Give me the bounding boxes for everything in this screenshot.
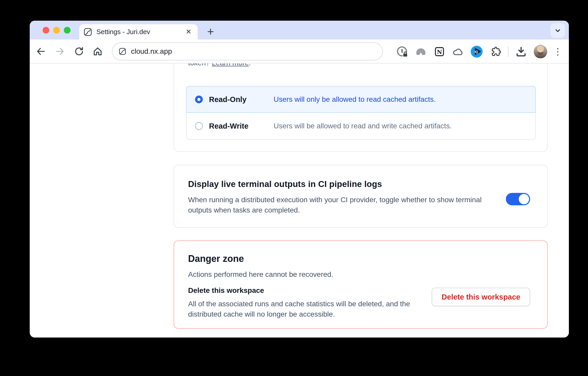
back-icon [36, 46, 46, 57]
browser-menu-button[interactable]: ⋮ [552, 45, 564, 58]
tab-close-icon[interactable]: ✕ [184, 27, 192, 36]
address-bar[interactable]: cloud.nx.app [112, 42, 383, 60]
onepassword-extension-button[interactable] [396, 45, 408, 58]
danger-zone-subtitle: Actions performed here cannot be recover… [188, 270, 547, 279]
terminal-card-description: When running a distributed execution wit… [188, 195, 496, 215]
site-nx-icon [119, 48, 126, 55]
delete-workspace-description: All of the associated runs and cache sta… [188, 299, 426, 319]
token-help-text: token? Learn more. [188, 64, 251, 68]
terminal-output-toggle[interactable] [506, 193, 530, 205]
forward-icon [55, 46, 65, 57]
iq-extension-button[interactable]: IQ [471, 45, 483, 58]
radio-label: Read-Only [209, 95, 274, 104]
cloud-extension-button[interactable] [452, 45, 464, 58]
back-button[interactable] [35, 46, 47, 57]
window-close-button[interactable] [43, 27, 49, 34]
terminal-card-title: Display live terminal outputs in CI pipe… [188, 179, 547, 189]
token-text-suffix: . [249, 64, 251, 67]
radio-description: Users will be allowed to read and write … [274, 122, 452, 130]
access-settings-card: token? Learn more. Read-Only Users will … [174, 64, 548, 152]
svg-text:IQ: IQ [475, 50, 478, 53]
extensions-button[interactable] [489, 45, 501, 58]
notion-icon: N [434, 46, 445, 57]
learn-more-link[interactable]: Learn more [212, 64, 249, 67]
forward-button[interactable] [54, 46, 66, 57]
radio-unselected-icon[interactable] [195, 122, 203, 130]
chevron-down-icon [553, 26, 562, 35]
radio-option-read-only[interactable]: Read-Only Users will only be allowed to … [186, 86, 536, 113]
download-icon [515, 46, 527, 58]
radio-option-read-write[interactable]: Read-Write Users will be allowed to read… [186, 113, 536, 140]
url-text: cloud.nx.app [131, 47, 172, 56]
radio-selected-icon[interactable] [195, 96, 203, 103]
toolbar-divider [508, 46, 508, 57]
access-level-radio-group: Read-Only Users will only be allowed to … [186, 86, 536, 140]
downloads-button[interactable] [515, 45, 527, 58]
tab-settings[interactable]: Settings - Juri.dev ✕ [79, 24, 198, 40]
radio-description: Users will only be allowed to read cache… [274, 95, 436, 104]
danger-zone-title: Danger zone [188, 253, 547, 264]
window-minimize-button[interactable] [53, 27, 60, 34]
vpn-mountain-icon [415, 46, 427, 57]
reload-button[interactable] [73, 46, 85, 57]
vpn-extension-button[interactable] [415, 45, 427, 58]
tab-search-button[interactable] [551, 23, 565, 38]
tab-title: Settings - Juri.dev [96, 28, 184, 36]
toolbar-extensions: N IQ [390, 40, 569, 64]
cloud-icon [452, 46, 464, 58]
iq-icon: IQ [471, 46, 483, 58]
home-icon [92, 46, 103, 57]
browser-toolbar: cloud.nx.app [30, 40, 569, 64]
home-button[interactable] [92, 46, 103, 57]
new-tab-button[interactable]: + [203, 24, 218, 39]
delete-workspace-button[interactable]: Delete this workspace [432, 288, 530, 306]
page-content: token? Learn more. Read-Only Users will … [30, 64, 569, 338]
svg-text:N: N [437, 48, 442, 55]
danger-zone-card: Danger zone Actions performed here canno… [174, 240, 548, 329]
window-zoom-button[interactable] [64, 27, 71, 34]
browser-window: Settings - Juri.dev ✕ + [30, 21, 569, 338]
profile-avatar[interactable] [534, 45, 547, 58]
nx-favicon-icon [83, 28, 92, 36]
puzzle-icon [490, 46, 501, 57]
tab-strip: Settings - Juri.dev ✕ + [30, 21, 569, 40]
terminal-output-card: Display live terminal outputs in CI pipe… [174, 165, 548, 228]
notion-extension-button[interactable]: N [434, 45, 445, 58]
reload-icon [74, 46, 84, 57]
onepassword-icon [396, 46, 408, 58]
radio-label: Read-Write [209, 122, 274, 130]
toggle-knob [519, 194, 529, 204]
token-text: token? [188, 64, 212, 67]
